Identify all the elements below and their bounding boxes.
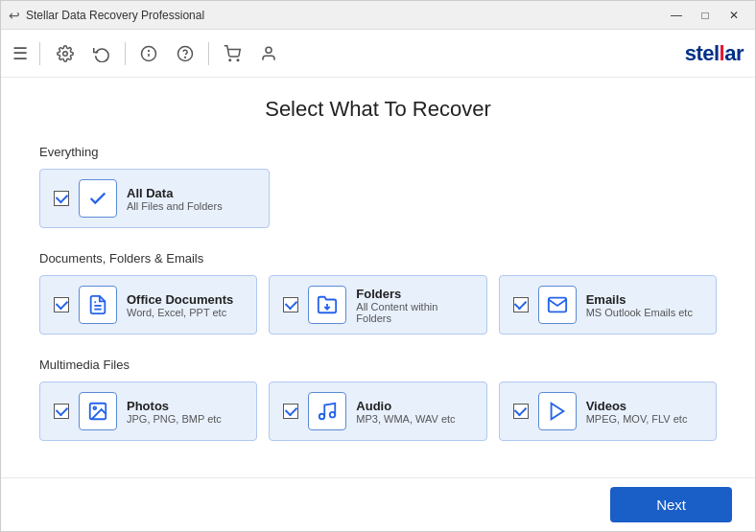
settings-icon[interactable] (52, 40, 79, 67)
svg-point-7 (237, 59, 239, 61)
card-subtitle-photos: JPG, PNG, BMP etc (127, 413, 222, 425)
card-photos[interactable]: Photos JPG, PNG, BMP etc (39, 382, 257, 441)
card-title-videos: Videos (586, 399, 688, 413)
info-icon[interactable] (135, 40, 162, 67)
maximize-button[interactable]: □ (692, 5, 719, 26)
checkbox-photos[interactable] (54, 404, 69, 419)
hamburger-menu-icon[interactable]: ☰ (12, 43, 28, 64)
main-content: Select What To Recover Everything All Da… (1, 78, 755, 477)
audio-icon (308, 392, 346, 430)
title-bar-title: Stellar Data Recovery Professional (26, 9, 204, 22)
card-subtitle-folders: All Content within Folders (356, 301, 472, 324)
checkbox-office-docs[interactable] (54, 297, 69, 312)
card-title-folders: Folders (356, 287, 472, 301)
card-subtitle-office-docs: Word, Excel, PPT etc (127, 307, 233, 318)
card-text-folders: Folders All Content within Folders (356, 287, 472, 324)
title-bar-left: ↩ Stellar Data Recovery Professional (9, 8, 204, 23)
folders-icon (308, 286, 346, 324)
section-multimedia: Multimedia Files Photos JPG, PNG, BMP et… (39, 358, 717, 441)
toolbar-left: ☰ (12, 40, 282, 67)
section-label-documents: Documents, Folders & Emails (39, 251, 717, 266)
minimize-button[interactable]: — (663, 5, 690, 26)
cards-row-everything: All Data All Files and Folders (39, 169, 717, 228)
svg-point-0 (63, 51, 68, 56)
card-subtitle-audio: MP3, WMA, WAV etc (356, 413, 455, 425)
emails-icon (538, 286, 577, 324)
card-audio[interactable]: Audio MP3, WMA, WAV etc (269, 382, 486, 441)
title-bar-controls: — □ ✕ (663, 5, 747, 26)
card-text-audio: Audio MP3, WMA, WAV etc (356, 399, 455, 425)
svg-marker-16 (551, 404, 563, 420)
app-logo: stellar (685, 41, 744, 66)
toolbar-separator-3 (208, 42, 209, 65)
cards-row-documents: Office Documents Word, Excel, PPT etc Fo… (39, 275, 717, 335)
card-videos[interactable]: Videos MPEG, MOV, FLV etc (499, 382, 717, 441)
checkbox-folders[interactable] (283, 297, 298, 312)
card-title-office-docs: Office Documents (127, 292, 233, 307)
checkbox-videos[interactable] (513, 404, 529, 419)
close-button[interactable]: ✕ (721, 5, 747, 26)
title-bar-app-icon: ↩ (9, 8, 20, 23)
card-text-emails: Emails MS Outlook Emails etc (586, 292, 693, 318)
svg-point-14 (319, 414, 325, 420)
cart-icon[interactable] (219, 40, 246, 67)
svg-point-6 (229, 59, 231, 61)
section-documents: Documents, Folders & Emails Office Docum… (39, 251, 717, 335)
card-subtitle-emails: MS Outlook Emails etc (586, 307, 693, 318)
card-subtitle-all-data: All Files and Folders (127, 200, 223, 212)
card-title-emails: Emails (586, 292, 693, 307)
checkbox-emails[interactable] (513, 297, 529, 312)
next-button[interactable]: Next (610, 487, 732, 522)
page-title: Select What To Recover (39, 97, 717, 122)
card-emails[interactable]: Emails MS Outlook Emails etc (499, 275, 717, 335)
card-text-videos: Videos MPEG, MOV, FLV etc (586, 399, 688, 425)
section-everything: Everything All Data All Files and Folder… (39, 145, 717, 228)
card-office-docs[interactable]: Office Documents Word, Excel, PPT etc (39, 275, 257, 335)
toolbar: ☰ (1, 30, 755, 78)
card-text-all-data: All Data All Files and Folders (127, 186, 223, 212)
card-all-data[interactable]: All Data All Files and Folders (39, 169, 270, 228)
toolbar-icons (52, 40, 282, 67)
all-data-icon (79, 179, 117, 218)
section-label-everything: Everything (39, 145, 717, 159)
help-icon[interactable] (172, 40, 199, 67)
checkbox-audio[interactable] (283, 404, 298, 419)
svg-point-8 (266, 47, 272, 53)
photos-icon (79, 392, 117, 430)
card-subtitle-videos: MPEG, MOV, FLV etc (586, 413, 688, 425)
user-icon[interactable] (255, 40, 282, 67)
card-text-office-docs: Office Documents Word, Excel, PPT etc (127, 292, 233, 318)
checkbox-all-data[interactable] (54, 191, 69, 206)
svg-point-15 (330, 412, 336, 418)
office-docs-icon (79, 286, 117, 324)
card-title-all-data: All Data (127, 186, 223, 200)
toolbar-separator-2 (125, 42, 126, 65)
card-title-audio: Audio (356, 399, 455, 413)
history-icon[interactable] (88, 40, 115, 67)
toolbar-separator-1 (39, 42, 40, 65)
section-label-multimedia: Multimedia Files (39, 358, 717, 372)
videos-icon (538, 392, 577, 430)
title-bar: ↩ Stellar Data Recovery Professional — □… (1, 1, 755, 30)
cards-row-multimedia: Photos JPG, PNG, BMP etc Audio MP3, WMA,… (39, 382, 717, 441)
svg-point-13 (93, 406, 96, 409)
card-text-photos: Photos JPG, PNG, BMP etc (127, 399, 222, 425)
card-folders[interactable]: Folders All Content within Folders (269, 275, 486, 335)
card-title-photos: Photos (127, 399, 222, 413)
footer: Next (1, 477, 755, 531)
